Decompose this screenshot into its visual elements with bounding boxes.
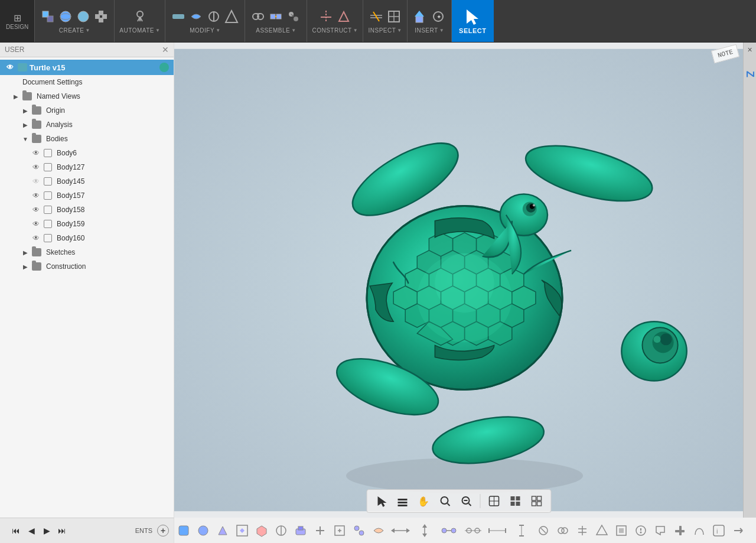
automate-icon[interactable] [132, 8, 148, 25]
tree-item-sketches[interactable]: ▶ Sketches [0, 245, 174, 259]
svg-line-92 [447, 503, 449, 506]
btool-15[interactable] [461, 521, 485, 541]
btool-10[interactable] [350, 521, 369, 541]
toolbar-group-modify[interactable]: MODIFY ▼ [165, 0, 245, 42]
tree-item-body158[interactable]: 👁 Body158 [0, 203, 174, 217]
btool-13[interactable] [413, 521, 436, 541]
playback-next-icon[interactable]: ⏭ [56, 524, 69, 537]
view-display-mode-icon[interactable] [484, 492, 503, 510]
btool-20[interactable] [573, 521, 592, 541]
create-icon-1[interactable] [40, 8, 56, 25]
insert-icon-1[interactable] [412, 8, 429, 25]
playback-back-icon[interactable]: ◀ [25, 524, 38, 537]
btool-12[interactable] [389, 521, 412, 541]
bottom-label: ENTS [135, 527, 152, 534]
btool-27[interactable]: i [709, 521, 728, 541]
modify-icon-1[interactable] [170, 8, 187, 25]
select-button[interactable]: SELECT [452, 0, 493, 42]
search-input[interactable] [5, 45, 159, 54]
btool-14[interactable] [437, 521, 461, 541]
construct-icon-1[interactable] [318, 8, 334, 25]
view-snapping-icon[interactable] [527, 492, 546, 510]
tree-item-body145[interactable]: 👁 Body145 [0, 174, 174, 188]
btool-8[interactable] [311, 521, 330, 541]
btool-18[interactable] [534, 521, 553, 541]
assemble-icon-2[interactable] [268, 8, 284, 25]
svg-rect-154 [713, 525, 724, 536]
btool-11[interactable] [369, 521, 388, 541]
btool-25[interactable] [670, 521, 689, 541]
btool-6[interactable] [272, 521, 291, 541]
toolbar-group-assemble[interactable]: ASSEMBLE ▼ [245, 0, 307, 42]
view-grid-icon[interactable] [393, 492, 412, 510]
tree-item-bodies[interactable]: ▼ Bodies [0, 132, 174, 146]
create-icon-2[interactable] [57, 8, 74, 25]
tree-item-construction[interactable]: ▶ Construction [0, 259, 174, 274]
tree-item-body159[interactable]: 👁 Body159 [0, 217, 174, 231]
insert-icon-2[interactable]: ✦ [430, 8, 447, 25]
view-zoom-fit-icon[interactable] [435, 492, 454, 510]
modify-icon-2[interactable] [188, 8, 204, 25]
tree-item-body160[interactable]: 👁 Body160 [0, 231, 174, 245]
btool-9[interactable] [330, 521, 349, 541]
view-grid-toggle-icon[interactable] [506, 492, 524, 510]
svg-point-84 [660, 333, 672, 345]
toolbar-group-construct[interactable]: CONSTRUCT ▼ [307, 0, 363, 42]
inspect-icon-2[interactable] [386, 8, 402, 25]
svg-rect-88 [397, 499, 407, 500]
assemble-icon-3[interactable] [285, 8, 302, 25]
tree-item-doc-settings[interactable]: Document Settings [0, 75, 174, 89]
analysis-folder-icon [32, 121, 41, 129]
inspect-icon-1[interactable] [368, 8, 384, 25]
toolbar-group-automate[interactable]: AUTOMATE ▼ [115, 0, 165, 42]
bottom-add-button[interactable]: + [157, 525, 169, 537]
design-mode-button[interactable]: ⊞ DESIGN [0, 0, 35, 42]
tree-item-analysis[interactable]: ▶ Analysis [0, 118, 174, 132]
create-icon-3[interactable] [75, 8, 92, 25]
view-zoom-out-icon[interactable] [457, 492, 475, 510]
modify-icon-4[interactable] [223, 8, 240, 25]
btool-5[interactable] [252, 521, 271, 541]
search-bar: ✕ [0, 43, 174, 57]
tree-item-body6[interactable]: 👁 Body6 [0, 146, 174, 160]
search-clear-icon[interactable]: ✕ [162, 45, 169, 54]
construct-icon-2[interactable] [335, 8, 352, 25]
assemble-icon-1[interactable] [250, 8, 266, 25]
svg-point-91 [441, 497, 448, 504]
view-pan-icon[interactable]: ✋ [414, 492, 433, 510]
create-icon-4[interactable] [93, 8, 109, 25]
btool-2[interactable] [194, 521, 213, 541]
toolbar-group-insert[interactable]: ✦ INSERT ▼ [408, 0, 452, 42]
btool-4[interactable] [233, 521, 252, 541]
btool-16[interactable] [485, 521, 509, 541]
right-edge-close-icon[interactable]: × [747, 45, 752, 54]
btool-26[interactable] [690, 521, 709, 541]
tree-item-body127[interactable]: 👁 Body127 [0, 160, 174, 174]
body157-square-icon [44, 191, 52, 200]
btool-24[interactable] [651, 521, 670, 541]
canvas-area[interactable]: NOTE ✋ [174, 43, 743, 518]
tree-root-item[interactable]: 👁 Turtle v15 [0, 60, 174, 75]
modify-icon-3[interactable] [206, 8, 222, 25]
playback-play-icon[interactable]: ▶ [40, 524, 53, 537]
svg-point-142 [562, 528, 568, 534]
btool-22[interactable] [612, 521, 631, 541]
tree-item-named-views[interactable]: ▶ Named Views [0, 89, 174, 103]
tree-item-body157[interactable]: 👁 Body157 [0, 188, 174, 203]
btool-3[interactable] [213, 521, 232, 541]
btool-21[interactable] [592, 521, 611, 541]
tree-arrow-analysis: ▶ [21, 122, 30, 128]
toolbar-group-inspect[interactable]: INSPECT ▼ [363, 0, 408, 42]
btool-7[interactable] [291, 521, 310, 541]
view-select-icon[interactable] [372, 492, 390, 510]
btool-17[interactable] [510, 521, 533, 541]
tree-item-origin[interactable]: ▶ Origin [0, 103, 174, 118]
btool-28[interactable] [729, 521, 748, 541]
toolbar-group-create[interactable]: CREATE ▼ [35, 0, 115, 42]
btool-1[interactable] [174, 521, 193, 541]
btool-23[interactable] [631, 521, 650, 541]
btool-19[interactable] [553, 521, 572, 541]
svg-point-2 [60, 11, 71, 22]
playback-prev-icon[interactable]: ⏮ [9, 524, 22, 537]
body127-eye-icon: 👁 [31, 163, 41, 171]
